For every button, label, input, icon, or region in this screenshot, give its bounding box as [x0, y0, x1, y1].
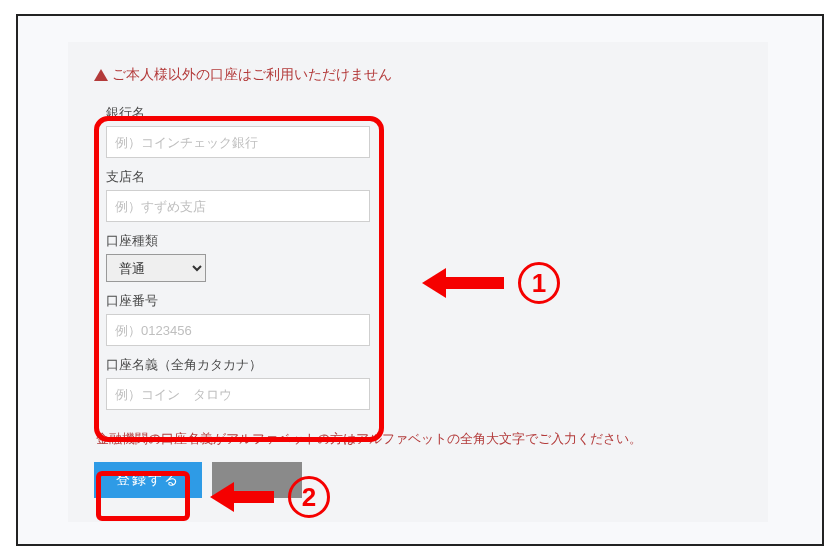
warning-text: ご本人様以外の口座はご利用いただけません: [112, 66, 392, 84]
bank-account-form: 銀行名 支店名 口座種類 普通 口座番号 口座名義（全角カタカナ）: [94, 94, 382, 424]
label-account-type: 口座種類: [106, 232, 370, 250]
field-account-number: 口座番号: [106, 292, 370, 346]
field-branch-name: 支店名: [106, 168, 370, 222]
warning-message: ご本人様以外の口座はご利用いただけません: [94, 66, 742, 84]
input-bank-name[interactable]: [106, 126, 370, 158]
field-account-holder: 口座名義（全角カタカナ）: [106, 356, 370, 410]
select-account-type[interactable]: 普通: [106, 254, 206, 282]
input-account-holder[interactable]: [106, 378, 370, 410]
label-branch-name: 支店名: [106, 168, 370, 186]
submit-button[interactable]: 登録する: [94, 462, 202, 498]
label-bank-name: 銀行名: [106, 104, 370, 122]
label-account-number: 口座番号: [106, 292, 370, 310]
field-account-type: 口座種類 普通: [106, 232, 370, 282]
field-bank-name: 銀行名: [106, 104, 370, 158]
label-account-holder: 口座名義（全角カタカナ）: [106, 356, 370, 374]
input-branch-name[interactable]: [106, 190, 370, 222]
warning-icon: [94, 69, 108, 81]
button-row: 登録する: [94, 462, 742, 498]
screenshot-frame: ご本人様以外の口座はご利用いただけません 銀行名 支店名 口座種類 普通 口座番…: [16, 14, 824, 546]
form-note: 金融機関の口座名義がアルファベットの方はアルファベットの全角大文字でご入力くださ…: [96, 430, 742, 448]
cancel-button[interactable]: [212, 462, 302, 498]
input-account-number[interactable]: [106, 314, 370, 346]
form-panel: ご本人様以外の口座はご利用いただけません 銀行名 支店名 口座種類 普通 口座番…: [68, 42, 768, 522]
